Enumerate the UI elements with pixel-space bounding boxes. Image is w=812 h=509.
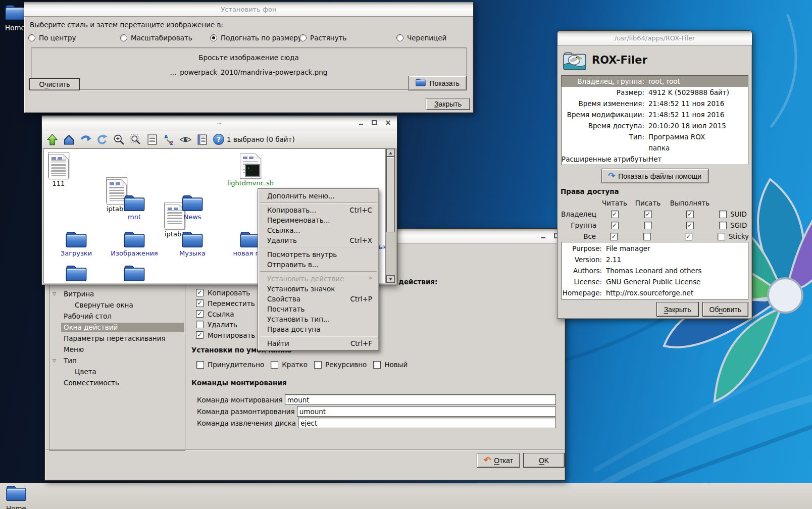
vertical-scrollbar[interactable]: ▲ ▼ (386, 148, 395, 283)
default-checkbox[interactable]: Принудительно (196, 361, 264, 369)
menu-item[interactable]: УдалитьCtrl+X (259, 235, 378, 245)
special-checkbox[interactable] (719, 222, 727, 229)
menu-item[interactable]: Посмотреть внутрь (259, 249, 378, 260)
sidebar-item[interactable]: ▽Витрина (49, 288, 185, 299)
revert-button[interactable]: ↶ Откат (477, 453, 520, 468)
checkbox[interactable] (271, 361, 278, 369)
desktop-home-icon-bottom[interactable]: Home (2, 484, 30, 509)
file-manager-titlebar[interactable]: ~ × (42, 116, 397, 130)
ok-button[interactable]: OK (523, 453, 565, 468)
image-drop-area[interactable]: Бросьте изображение сюда ..._powerpack_2… (31, 47, 467, 90)
maximize-icon[interactable] (372, 120, 377, 125)
refresh-button[interactable]: Обновить (702, 302, 748, 317)
expander-icon[interactable]: ▽ (53, 358, 61, 363)
command-input[interactable] (285, 394, 556, 405)
file-item[interactable]: Рабочий стол (48, 256, 105, 283)
sort-az-icon[interactable]: AZ (162, 132, 176, 146)
show-help-files-button[interactable]: ↷ Показать файлы помощи (601, 169, 708, 183)
scroll-up-icon[interactable]: ▲ (386, 149, 395, 157)
clear-button[interactable]: Очистить (29, 78, 80, 90)
up-icon[interactable] (45, 132, 59, 146)
eye-icon[interactable] (178, 132, 192, 146)
action-checkbox-row[interactable]: Переместить (196, 298, 255, 308)
checkbox[interactable] (196, 289, 204, 296)
default-checkbox[interactable]: Кратко (271, 361, 308, 369)
menu-item[interactable]: СвойстваCtrl+P (259, 294, 378, 304)
checkbox[interactable] (196, 331, 204, 339)
default-checkbox[interactable]: Рекурсивно (314, 361, 367, 369)
home-icon[interactable] (62, 132, 76, 146)
action-checkbox-row[interactable]: Ссылка (196, 309, 234, 319)
dialog-close-button[interactable]: Закрыть (426, 98, 470, 110)
menu-item[interactable]: НайтиCtrl+F (259, 338, 378, 348)
show-button[interactable]: Показать (408, 76, 467, 90)
style-option-2[interactable]: Масштабировать (120, 33, 192, 43)
zoom-fit-icon[interactable] (128, 132, 142, 146)
back-icon[interactable] (78, 132, 92, 146)
menu-item[interactable]: Копировать...Ctrl+C (259, 205, 378, 215)
file-item[interactable]: Загрузки (48, 222, 105, 258)
close-button[interactable]: Закрыть (656, 302, 699, 317)
sidebar-item[interactable]: Параметры перетаскивания (49, 333, 185, 344)
refresh-icon[interactable] (95, 132, 109, 146)
menu-item[interactable]: Ссылка... (259, 225, 378, 235)
action-checkbox-row[interactable]: Копировать (196, 288, 250, 297)
menu-item[interactable]: Установить действие* (259, 274, 378, 284)
file-item[interactable]: mnt (106, 186, 163, 221)
help-icon[interactable]: ? (212, 132, 226, 146)
permission-checkbox[interactable] (611, 222, 619, 229)
permission-checkbox[interactable] (644, 222, 652, 229)
special-permission[interactable]: SGID (719, 221, 747, 229)
sidebar-item[interactable]: Совместимость (49, 377, 185, 388)
sidebar-item[interactable]: Рабочий стол (49, 311, 185, 322)
file-item[interactable]: Изображения (106, 222, 163, 258)
command-input[interactable] (298, 418, 556, 428)
sidebar-item[interactable]: ▽Тип (49, 355, 185, 366)
checkbox[interactable] (373, 361, 381, 369)
special-permission[interactable]: SUID (719, 210, 747, 218)
menu-item[interactable]: Посчитать (259, 304, 378, 314)
style-option-4[interactable]: Растянуть (299, 33, 346, 43)
file-item[interactable]: Музыка (164, 222, 221, 258)
sidebar-item[interactable]: Меню (49, 344, 185, 355)
menu-item[interactable]: Отправить в... (259, 260, 378, 270)
menu-item[interactable]: Установить тип... (259, 314, 378, 324)
checkbox[interactable] (196, 310, 204, 318)
list-icon[interactable] (195, 132, 209, 146)
style-option-5[interactable]: Черепицей (396, 33, 446, 43)
details-icon[interactable] (145, 132, 159, 146)
expander-icon[interactable]: ▽ (53, 291, 61, 296)
sidebar-item[interactable]: Свернутые окна (49, 299, 185, 311)
permission-checkbox[interactable] (644, 211, 652, 218)
info-titlebar[interactable]: /usr/lib64/apps/ROX-Filer (557, 31, 752, 45)
scrollbar-thumb[interactable] (386, 157, 395, 232)
permission-checkbox[interactable] (686, 222, 694, 229)
menu-item[interactable]: Установить значок (259, 284, 378, 294)
action-checkbox-row[interactable]: Удалить (196, 320, 237, 329)
checkbox[interactable] (196, 299, 204, 307)
checkbox[interactable] (196, 321, 204, 328)
action-checkbox-row[interactable]: Монтировать (196, 330, 255, 340)
file-item[interactable]: 111 (48, 152, 69, 177)
menu-item[interactable]: Права доступа (259, 324, 378, 334)
permission-checkbox[interactable] (643, 233, 651, 240)
file-item[interactable]: Шаблоны (106, 256, 163, 283)
close-icon[interactable]: × (385, 120, 391, 126)
minimize-icon[interactable] (541, 237, 545, 238)
dialog-titlebar[interactable]: Установить фон (24, 2, 473, 17)
taskbar-panel[interactable] (0, 483, 812, 509)
menu-item[interactable]: Переименовать... (259, 215, 378, 225)
special-checkbox[interactable] (719, 211, 727, 218)
permission-checkbox[interactable] (686, 211, 694, 218)
sidebar-item[interactable]: Цвета (49, 366, 185, 377)
sidebar-item[interactable]: Окна действий (49, 322, 185, 333)
checkbox[interactable] (196, 361, 204, 369)
command-input[interactable] (297, 406, 556, 417)
file-item[interactable]: lightdmvnc.sh (222, 152, 279, 187)
menu-item[interactable]: Дополнить меню... (259, 191, 378, 201)
zoom-in-icon[interactable] (112, 132, 126, 146)
style-option-1[interactable]: По центру (28, 33, 76, 43)
permission-checkbox[interactable] (610, 233, 618, 240)
permission-checkbox[interactable] (611, 211, 619, 218)
minimize-icon[interactable] (359, 124, 363, 125)
